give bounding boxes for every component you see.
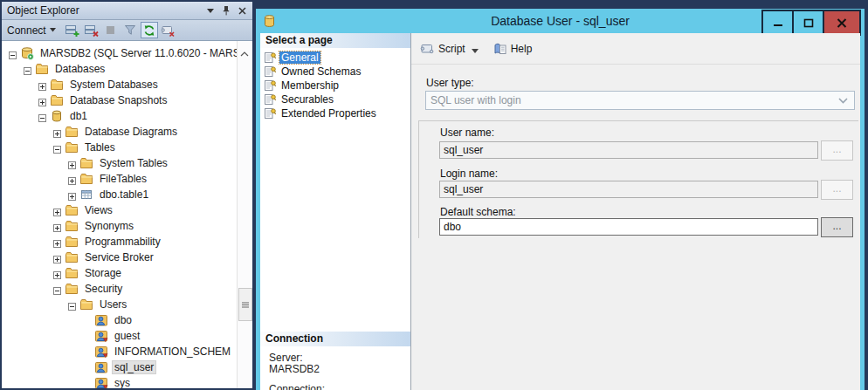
expander-plus-icon[interactable] bbox=[53, 222, 61, 230]
connection-panel: Connection Server: MARSDB2 Connection: bbox=[260, 332, 410, 390]
connect-server-button[interactable] bbox=[64, 22, 81, 38]
user-icon bbox=[94, 313, 108, 327]
minimize-icon bbox=[773, 18, 783, 27]
tree-item[interactable]: Views bbox=[2, 202, 237, 218]
page-item-owned-schemas[interactable]: Owned Schemas bbox=[260, 65, 410, 79]
tree-item[interactable]: Database Snapshots bbox=[2, 92, 237, 108]
expander-plus-icon[interactable] bbox=[68, 175, 76, 183]
tree-item[interactable]: System Tables bbox=[2, 155, 237, 171]
chevron-down-icon bbox=[472, 49, 479, 54]
tree-item[interactable]: sys bbox=[2, 375, 237, 388]
expander-minus-icon[interactable] bbox=[53, 285, 61, 293]
tree-item[interactable]: Service Broker bbox=[2, 250, 237, 265]
user-type-combobox[interactable]: SQL user with login bbox=[425, 91, 855, 110]
disconnect-server-button[interactable] bbox=[83, 22, 100, 38]
folder-icon bbox=[65, 203, 79, 217]
tree-item-label: dbo.table1 bbox=[97, 188, 151, 202]
connection-header: Connection bbox=[260, 332, 410, 346]
minimize-button[interactable] bbox=[761, 10, 794, 36]
tree-item[interactable]: Users bbox=[2, 297, 237, 312]
expander-plus-icon[interactable] bbox=[53, 254, 61, 262]
tree-item[interactable]: MARSDB2 (SQL Server 11.0.6020 - MARSD bbox=[2, 45, 237, 61]
disconnect-server-icon bbox=[84, 24, 99, 38]
page-item-label: Membership bbox=[279, 79, 341, 92]
tree-item[interactable]: Database Diagrams bbox=[2, 124, 237, 140]
database-user-dialog: Database User - sql_user Select a page G… bbox=[256, 9, 865, 390]
page-item-general[interactable]: General bbox=[260, 51, 410, 65]
script-button-label: Script bbox=[438, 43, 465, 55]
tree-item[interactable]: FileTables bbox=[2, 171, 237, 187]
close-panel-button[interactable] bbox=[235, 4, 249, 17]
expander-minus-icon[interactable] bbox=[68, 301, 76, 309]
expander-plus-icon[interactable] bbox=[53, 238, 61, 246]
expander-minus-icon[interactable] bbox=[53, 144, 61, 152]
expander-plus-icon[interactable] bbox=[68, 191, 76, 199]
help-button[interactable]: Help bbox=[493, 42, 533, 56]
script-button[interactable]: Script bbox=[420, 42, 465, 56]
default-schema-input[interactable] bbox=[439, 218, 818, 236]
page-item-label: Securables bbox=[279, 93, 335, 106]
tree-item[interactable]: Synonyms bbox=[2, 218, 237, 234]
window-position-button[interactable] bbox=[203, 4, 217, 17]
script-dropdown-button[interactable] bbox=[472, 42, 479, 58]
general-page-content: Script Help User type: bbox=[411, 33, 860, 390]
tree-item[interactable]: db1 bbox=[2, 108, 237, 124]
server-value: MARSDB2 bbox=[269, 364, 410, 375]
tree-item[interactable]: guest bbox=[2, 328, 237, 344]
tree-scrollbar-thumb[interactable] bbox=[238, 288, 252, 321]
tree-item[interactable]: Storage bbox=[2, 265, 237, 281]
expander-plus-icon[interactable] bbox=[38, 81, 46, 89]
tree-item[interactable]: Databases bbox=[2, 61, 237, 77]
expander-plus-icon[interactable] bbox=[53, 270, 61, 277]
login-name-input[interactable] bbox=[439, 181, 818, 198]
tree-item[interactable]: Security bbox=[2, 281, 237, 297]
tree-item-label: Database Diagrams bbox=[82, 125, 180, 139]
disable-autoscript-button[interactable] bbox=[160, 22, 177, 38]
page-list: GeneralOwned SchemasMembershipSecurables… bbox=[260, 48, 410, 120]
database-icon bbox=[50, 109, 64, 123]
server-icon bbox=[20, 46, 34, 60]
tree-item-label: Storage bbox=[82, 266, 124, 280]
expander-plus-icon[interactable] bbox=[53, 128, 61, 136]
expander-plus-icon[interactable] bbox=[38, 97, 46, 105]
user-name-input[interactable] bbox=[439, 141, 818, 159]
folder-icon bbox=[65, 125, 79, 139]
tree-item[interactable]: INFORMATION_SCHEM bbox=[2, 344, 237, 359]
expander-plus-icon[interactable] bbox=[53, 207, 61, 215]
connect-button[interactable]: Connect bbox=[7, 24, 57, 37]
tree-item[interactable]: sql_user bbox=[2, 359, 237, 375]
filter-button[interactable] bbox=[121, 22, 139, 38]
expander-minus-icon[interactable] bbox=[24, 65, 31, 73]
stop-button[interactable] bbox=[102, 22, 120, 38]
default-schema-browse-button[interactable]: ... bbox=[821, 217, 853, 237]
dialog-titlebar[interactable]: Database User - sql_user bbox=[256, 9, 865, 33]
tree-item-label: sql_user bbox=[112, 360, 156, 374]
expander-plus-icon[interactable] bbox=[68, 160, 76, 168]
expander-minus-icon[interactable] bbox=[38, 113, 46, 120]
expander-minus-icon[interactable] bbox=[9, 50, 17, 58]
page-icon bbox=[263, 92, 277, 106]
folder-icon bbox=[65, 140, 79, 154]
page-item-membership[interactable]: Membership bbox=[260, 79, 410, 92]
auto-hide-pin-button[interactable] bbox=[219, 4, 233, 17]
page-item-extended-properties[interactable]: Extended Properties bbox=[260, 106, 410, 120]
tree-item[interactable]: Tables bbox=[2, 140, 237, 155]
tree-item-label: Database Snapshots bbox=[67, 93, 169, 107]
tree-item-label: Users bbox=[97, 298, 129, 311]
tree-item-label: Programmability bbox=[82, 235, 163, 249]
script-disabled-icon bbox=[161, 24, 176, 38]
close-button[interactable] bbox=[823, 10, 861, 36]
tree-scrollbar[interactable] bbox=[237, 41, 252, 388]
scroll-up-arrow-icon[interactable] bbox=[240, 44, 249, 60]
close-icon bbox=[238, 7, 246, 15]
refresh-button[interactable] bbox=[141, 22, 158, 38]
folder-icon bbox=[79, 298, 93, 311]
maximize-button[interactable] bbox=[792, 10, 824, 36]
tree-item[interactable]: dbo bbox=[2, 312, 237, 328]
tree-item[interactable]: Programmability bbox=[2, 234, 237, 250]
page-item-securables[interactable]: Securables bbox=[260, 92, 410, 106]
object-explorer-tree: MARSDB2 (SQL Server 11.0.6020 - MARSDDat… bbox=[2, 41, 252, 388]
tree-item[interactable]: System Databases bbox=[2, 77, 237, 92]
tree-item[interactable]: dbo.table1 bbox=[2, 187, 237, 202]
tree-item-label: Databases bbox=[52, 62, 107, 76]
